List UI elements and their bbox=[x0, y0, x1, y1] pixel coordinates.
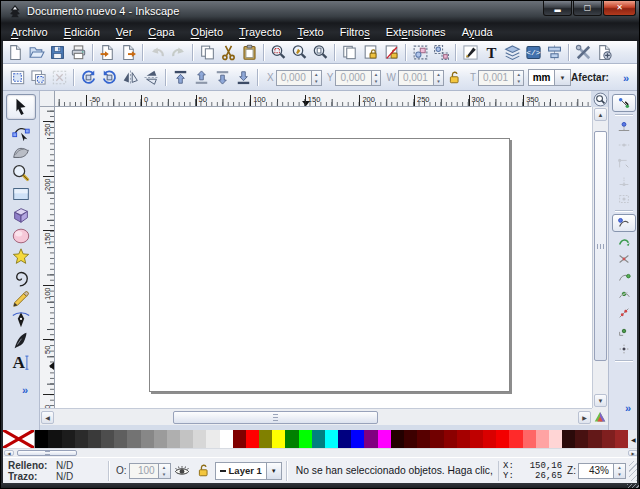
palette-scroll-thumb[interactable] bbox=[17, 450, 77, 456]
color-swatch-4d4d4d[interactable] bbox=[101, 430, 114, 448]
color-swatch-000080[interactable] bbox=[338, 430, 351, 448]
zoom-tool-icon[interactable] bbox=[7, 162, 35, 183]
color-swatch-9b2626[interactable] bbox=[615, 430, 628, 448]
menu-item-objeto[interactable]: Objeto bbox=[183, 24, 231, 40]
node-tool-icon[interactable] bbox=[7, 120, 35, 141]
unlink-clone-icon[interactable] bbox=[381, 42, 402, 62]
new-document-icon[interactable] bbox=[5, 42, 26, 62]
w-field-spinner[interactable]: ▲▼ bbox=[434, 70, 444, 86]
color-swatch-5f5f5f[interactable] bbox=[114, 430, 127, 448]
unit-value[interactable]: mm bbox=[528, 69, 555, 86]
vertical-scroll-thumb[interactable] bbox=[594, 131, 607, 361]
color-swatch-ff00ff[interactable] bbox=[378, 430, 391, 448]
color-swatch-2b0a0a[interactable] bbox=[562, 430, 575, 448]
snap-overflow-chevron[interactable]: » bbox=[625, 402, 631, 414]
color-swatch-3d0000[interactable] bbox=[404, 430, 417, 448]
snap-node-smooth-icon[interactable] bbox=[612, 286, 636, 304]
raise-to-top-icon[interactable] bbox=[170, 68, 191, 88]
scroll-left-arrow[interactable]: ◀ bbox=[41, 411, 54, 424]
color-swatch-00ffff[interactable] bbox=[325, 430, 338, 448]
duplicate-icon[interactable] bbox=[339, 42, 360, 62]
document-properties-icon[interactable] bbox=[594, 42, 615, 62]
color-swatch-ffa3a3[interactable] bbox=[536, 430, 549, 448]
xml-editor-icon[interactable]: </> bbox=[523, 42, 544, 62]
snap-rotation-center-icon[interactable] bbox=[612, 340, 636, 358]
rectangle-tool-icon[interactable] bbox=[7, 183, 35, 204]
resize-grip-icon[interactable] bbox=[627, 484, 639, 489]
flip-horizontal-icon[interactable] bbox=[120, 68, 141, 88]
close-button[interactable]: ✕ bbox=[603, 1, 636, 16]
align-icon[interactable] bbox=[544, 42, 565, 62]
palette-scroll-left-arrow[interactable]: ◀ bbox=[4, 450, 14, 456]
toolbox-overflow-chevron[interactable]: » bbox=[22, 384, 28, 396]
color-swatch-631818[interactable] bbox=[588, 430, 601, 448]
layer-visibility-eye-icon[interactable] bbox=[172, 462, 192, 480]
color-swatch-471111[interactable] bbox=[575, 430, 588, 448]
horizontal-scroll-thumb[interactable] bbox=[173, 411, 378, 424]
menu-item-edición[interactable]: Edición bbox=[56, 24, 108, 40]
group-icon[interactable] bbox=[410, 42, 431, 62]
print-icon[interactable] bbox=[68, 42, 89, 62]
export-icon[interactable] bbox=[118, 42, 139, 62]
menu-item-ayuda[interactable]: Ayuda bbox=[454, 24, 501, 40]
unit-dropdown-arrow[interactable]: ▼ bbox=[555, 69, 571, 86]
vertical-scrollbar[interactable]: ▲ ▼ bbox=[592, 107, 608, 408]
y-field[interactable]: 0,000 bbox=[335, 70, 371, 86]
title-bar[interactable]: Documento nuevo 4 - Inkscape ▂ ▢ ✕ bbox=[1, 1, 640, 20]
layer-lock-icon[interactable] bbox=[194, 462, 214, 480]
star-tool-icon[interactable] bbox=[7, 246, 35, 267]
color-swatch-737373[interactable] bbox=[127, 430, 140, 448]
fill-stroke-icon[interactable] bbox=[460, 42, 481, 62]
color-swatch-800080[interactable] bbox=[364, 430, 377, 448]
menu-item-capa[interactable]: Capa bbox=[140, 24, 182, 40]
save-icon[interactable] bbox=[47, 42, 68, 62]
color-swatch-800000[interactable] bbox=[233, 430, 246, 448]
y-field-spinner[interactable]: ▲▼ bbox=[372, 70, 382, 86]
color-swatch-ff2a2a[interactable] bbox=[509, 430, 522, 448]
opacity-input[interactable]: 100 bbox=[129, 463, 159, 479]
color-swatch-ff6666[interactable] bbox=[523, 430, 536, 448]
menu-item-texto[interactable]: Texto bbox=[289, 24, 331, 40]
color-swatch-ffff00[interactable] bbox=[272, 430, 285, 448]
scroll-right-arrow[interactable]: ▶ bbox=[578, 411, 591, 424]
text-dialog-icon[interactable]: T bbox=[481, 42, 502, 62]
calligraphy-tool-icon[interactable] bbox=[7, 330, 35, 351]
zoom-page-icon[interactable] bbox=[310, 42, 331, 62]
color-swatch-f30000[interactable] bbox=[496, 430, 509, 448]
import-icon[interactable] bbox=[97, 42, 118, 62]
color-swatch-3a3a3a[interactable] bbox=[88, 430, 101, 448]
color-swatch-000000[interactable] bbox=[35, 430, 48, 448]
text-tool-icon[interactable]: A bbox=[7, 351, 35, 372]
menu-item-filtros[interactable]: Filtros bbox=[332, 24, 378, 40]
snap-line-midpoint-icon[interactable] bbox=[612, 304, 636, 322]
snap-path-intersection-icon[interactable] bbox=[612, 250, 636, 268]
menu-item-trayecto[interactable]: Trayecto bbox=[231, 24, 289, 40]
color-swatch-ebebeb[interactable] bbox=[206, 430, 219, 448]
color-swatch-ffffff[interactable] bbox=[220, 430, 233, 448]
color-swatch-710000[interactable] bbox=[430, 430, 443, 448]
rotate-ccw-icon[interactable] bbox=[78, 68, 99, 88]
spiral-tool-icon[interactable] bbox=[7, 267, 35, 288]
ungroup-icon[interactable] bbox=[431, 42, 452, 62]
zoom-input[interactable]: 43% bbox=[578, 463, 614, 479]
snap-path-icon[interactable] bbox=[612, 232, 636, 250]
color-swatch-1c1c1c[interactable] bbox=[62, 430, 75, 448]
zoom-selection-icon[interactable] bbox=[268, 42, 289, 62]
color-swatch-2b2b2b[interactable] bbox=[75, 430, 88, 448]
color-swatch-00ff00[interactable] bbox=[299, 430, 312, 448]
menu-item-ver[interactable]: Ver bbox=[108, 24, 141, 40]
box3d-tool-icon[interactable] bbox=[7, 204, 35, 225]
color-swatch-7f1f1f[interactable] bbox=[602, 430, 615, 448]
h-field-spinner[interactable]: ▲▼ bbox=[514, 70, 524, 86]
snap-node-cusp-icon[interactable] bbox=[612, 268, 636, 286]
lock-ratio-icon[interactable] bbox=[444, 68, 465, 88]
layer-selector[interactable]: Layer 1 bbox=[215, 462, 267, 480]
rotate-cw-icon[interactable] bbox=[99, 68, 120, 88]
open-icon[interactable] bbox=[26, 42, 47, 62]
opacity-spinner[interactable]: ▲▼ bbox=[159, 463, 171, 479]
scroll-down-arrow[interactable]: ▼ bbox=[594, 394, 607, 407]
maximize-button[interactable]: ▢ bbox=[573, 1, 602, 16]
palette-scrollbar[interactable]: ◀ ▶ bbox=[3, 448, 639, 457]
h-field[interactable]: 0,001 bbox=[478, 70, 514, 86]
ellipse-tool-icon[interactable] bbox=[7, 225, 35, 246]
